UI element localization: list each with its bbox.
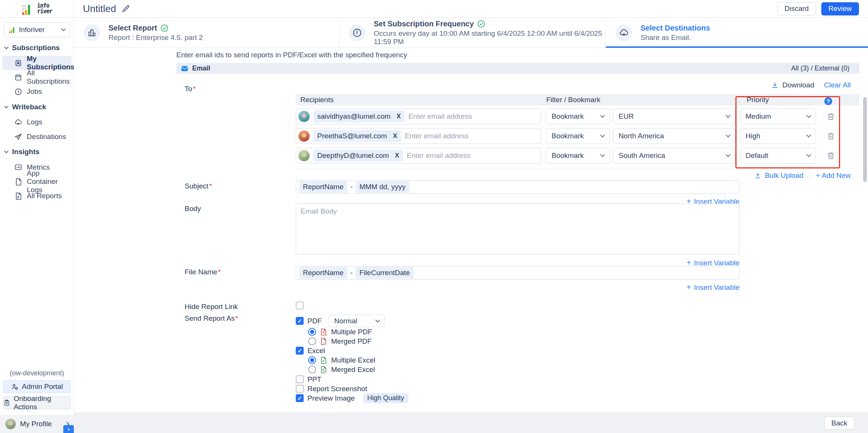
recipient-input-row[interactable]: DeepthyD@lumel.comX (296, 148, 541, 164)
merged-excel-radio[interactable] (308, 366, 316, 373)
logo-text-line2: river (37, 8, 52, 15)
high-quality-badge[interactable]: High Quality (363, 393, 408, 403)
inforiver-logo-icon (21, 2, 34, 15)
sidebar-collapse-button[interactable]: » (63, 425, 74, 433)
priority-help-icon[interactable]: ? (824, 97, 832, 105)
subject-input[interactable]: ReportName - MMM dd, yyyy (296, 180, 740, 194)
step-set-subscription-frequency[interactable]: Set Subscription Frequency Occurs every … (339, 18, 606, 47)
variable-chip[interactable]: FileCurrentDate (356, 267, 414, 279)
vertical-scrollbar-thumb[interactable] (863, 97, 867, 182)
variable-chip[interactable]: ReportName (299, 181, 347, 193)
insert-variable-file-name[interactable]: Insert Variable (686, 283, 740, 292)
my-profile-row[interactable]: My Profile (0, 415, 74, 433)
variable-chip[interactable]: ReportName (299, 267, 347, 279)
item-label: Jobs (27, 87, 42, 96)
remove-recipient-icon[interactable]: X (393, 132, 397, 140)
bookmark-select[interactable]: Bookmark (546, 128, 610, 144)
sidebar-item-all-reports[interactable]: All Reports (2, 189, 72, 203)
pdf-mode-select[interactable]: Normal (329, 315, 385, 327)
excel-checkbox[interactable] (296, 347, 304, 355)
svg-text:X: X (322, 368, 324, 371)
admin-portal-button[interactable]: Admin Portal (3, 380, 71, 393)
sidebar-item-all-subscriptions[interactable]: All Subscriptions (2, 70, 72, 84)
clear-all-button[interactable]: Clear All (824, 81, 851, 89)
email-address-input[interactable] (405, 132, 537, 140)
step-select-report[interactable]: Select Report Report : Enterprise 4.5. p… (74, 18, 339, 47)
group-label: Insights (12, 148, 40, 156)
sidebar-item-logs[interactable]: Logs (2, 115, 72, 129)
column-recipients: Recipients (300, 96, 334, 104)
table-bottom-divider (296, 168, 859, 168)
app-logo: inforiver (0, 0, 74, 18)
priority-select[interactable]: Default (740, 148, 816, 164)
email-address-input[interactable] (408, 112, 537, 121)
sidebar-item-app-container-logs[interactable]: App Container Logs (2, 174, 72, 189)
merged-pdf-radio[interactable] (308, 337, 316, 345)
bulk-upload-button[interactable]: Bulk Upload (765, 171, 803, 180)
file-text-icon (14, 192, 22, 200)
email-panel-header: Email All (3) / External (0) (176, 63, 859, 74)
priority-select[interactable]: Medium (740, 109, 816, 124)
workspace-selector[interactable]: Inforiver (4, 22, 70, 37)
download-button[interactable]: Download (782, 81, 815, 89)
edit-title-button[interactable] (121, 4, 130, 13)
workspace-name: Inforiver (19, 26, 45, 34)
sidebar-item-jobs[interactable]: Jobs (2, 84, 72, 99)
svg-text:X: X (322, 359, 324, 363)
sidebar-group-subscriptions[interactable]: Subscriptions (0, 42, 74, 54)
ppt-label: PPT (307, 375, 321, 384)
delete-recipient-button[interactable] (827, 151, 835, 161)
multiple-excel-radio[interactable] (308, 356, 316, 364)
priority-select[interactable]: High (740, 128, 816, 144)
bookmark-select[interactable]: Bookmark (546, 109, 610, 124)
person-gear-icon (11, 383, 18, 390)
chevron-down-icon (726, 133, 730, 138)
step-subtitle: Share as Email. (640, 34, 710, 42)
variable-chip[interactable]: MMM dd, yyyy (356, 181, 409, 193)
preview-image-checkbox[interactable] (296, 394, 304, 402)
report-screenshot-checkbox[interactable] (296, 385, 304, 393)
download-icon[interactable] (771, 81, 779, 89)
bookmark-select[interactable]: Bookmark (546, 148, 610, 164)
add-new-button[interactable]: + Add New (816, 171, 851, 180)
remove-recipient-icon[interactable]: X (397, 113, 401, 120)
step-select-destinations[interactable]: Select Destinations Share as Email. (606, 18, 868, 47)
divider (810, 172, 810, 179)
top-bar: Untitled Discard Review (74, 0, 868, 18)
email-address-input[interactable] (407, 151, 537, 160)
file-name-input[interactable]: ReportName - FileCurrentDate (296, 266, 740, 280)
calendar-icon (14, 73, 22, 81)
pdf-file-icon (320, 328, 327, 336)
sidebar-group-insights[interactable]: Insights (0, 146, 74, 158)
upload-icon (754, 172, 761, 179)
onboarding-actions-button[interactable]: Onboarding Actions (3, 396, 71, 409)
ppt-checkbox[interactable] (296, 375, 304, 383)
column-priority: Priority (747, 96, 769, 104)
email-body-textarea[interactable] (296, 203, 740, 254)
chevron-down-icon (600, 152, 605, 157)
review-button[interactable]: Review (821, 2, 859, 15)
chevron-down-icon (806, 133, 811, 138)
delete-recipient-button[interactable] (827, 132, 835, 142)
sidebar-group-writeback[interactable]: Writeback (0, 101, 74, 113)
chip-separator: - (350, 269, 353, 277)
step-title: Select Destinations (640, 24, 710, 32)
sidebar-item-destinations[interactable]: Destinations (2, 130, 72, 144)
remove-recipient-icon[interactable]: X (395, 152, 399, 159)
delete-recipient-button[interactable] (827, 112, 835, 122)
filter-select[interactable]: South America (613, 148, 735, 164)
excel-file-icon: X (320, 356, 327, 364)
discard-button[interactable]: Discard (777, 2, 816, 15)
recipient-input-row[interactable]: PreethaS@lumel.comX (296, 128, 541, 144)
step-subtitle: Occurs every day at 10:00 AM starting 6/… (374, 29, 605, 46)
back-button[interactable]: Back (824, 416, 854, 430)
multiple-pdf-radio[interactable] (308, 328, 316, 336)
filter-select[interactable]: EUR (613, 109, 735, 124)
recipient-input-row[interactable]: saividhyas@lumel.comX (296, 109, 541, 124)
pdf-checkbox[interactable] (296, 317, 304, 325)
chevron-down-icon (806, 113, 811, 118)
hide-report-link-checkbox[interactable] (296, 301, 304, 309)
sidebar-item-my-subscriptions[interactable]: My Subscriptions (2, 56, 72, 70)
filter-select[interactable]: North America (613, 128, 735, 144)
hide-report-link-label: Hide Report Link (185, 303, 238, 311)
